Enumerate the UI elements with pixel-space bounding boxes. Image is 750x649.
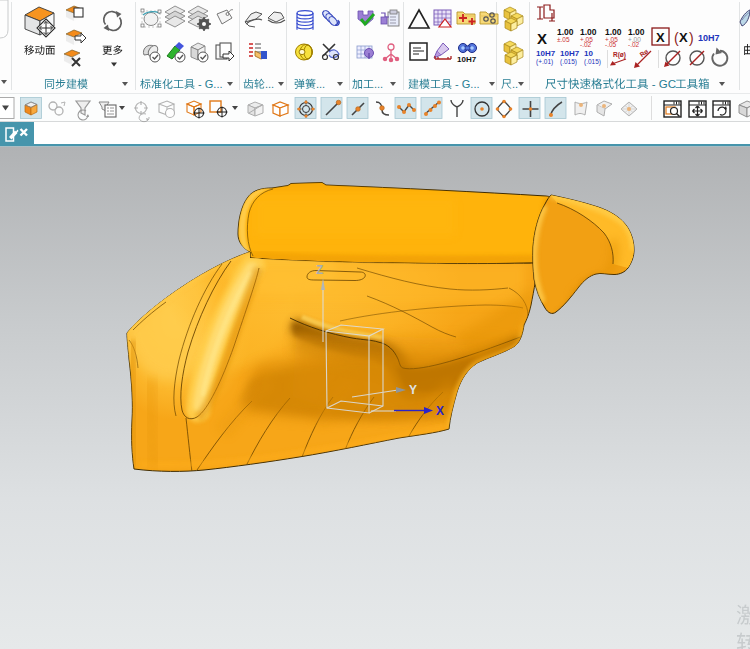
svg-text:-.05: -.05 (605, 41, 617, 48)
svg-text:X: X (436, 404, 444, 418)
svg-text:...: ... (316, 78, 325, 90)
svg-text:...: ... (374, 78, 383, 90)
svg-text:-.02: -.02 (580, 41, 592, 48)
svg-text:): ) (689, 30, 694, 46)
svg-text:...: ... (265, 78, 274, 90)
svg-text:X: X (679, 30, 688, 45)
svg-text:(+.01): (+.01) (536, 58, 553, 66)
svg-text:X: X (537, 30, 547, 47)
svg-text:- G...: - G... (195, 78, 223, 90)
svg-text:10H7: 10H7 (560, 49, 580, 58)
svg-text:- GC: - GC (649, 78, 676, 90)
svg-text:10: 10 (584, 49, 593, 58)
svg-text:10H7: 10H7 (536, 49, 556, 58)
svg-text:±.05: ±.05 (557, 36, 570, 43)
svg-text:(.015): (.015) (560, 58, 577, 66)
svg-text:10H7: 10H7 (457, 55, 477, 64)
svg-text:R(ø): R(ø) (613, 51, 626, 59)
svg-text:X: X (656, 30, 665, 45)
svg-text:- G...: - G... (452, 78, 480, 90)
svg-text:-.02: -.02 (628, 41, 640, 48)
svg-text:10H7: 10H7 (698, 33, 720, 43)
svg-text:Z: Z (316, 263, 323, 277)
svg-text:Y: Y (409, 383, 417, 397)
svg-text:(.015): (.015) (584, 58, 601, 66)
svg-text:..: .. (512, 78, 518, 90)
